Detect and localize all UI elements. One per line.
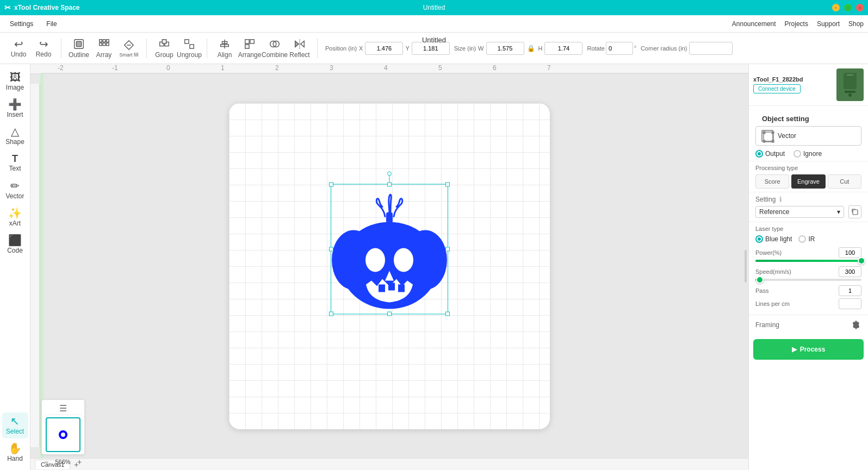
power-slider-thumb[interactable] bbox=[858, 257, 865, 265]
align-button[interactable]: Align bbox=[213, 35, 237, 61]
height-input[interactable] bbox=[544, 42, 582, 55]
copy-setting-button[interactable] bbox=[848, 205, 861, 218]
zoom-in-button[interactable]: + bbox=[75, 457, 84, 467]
svg-rect-5 bbox=[100, 43, 102, 46]
sidebar-item-vector[interactable]: ✏ Vector bbox=[2, 177, 28, 203]
ungroup-button[interactable]: Ungroup bbox=[177, 35, 201, 61]
minimize-button[interactable]: − bbox=[832, 4, 840, 11]
svg-point-50 bbox=[848, 93, 852, 97]
main-layout: 🖼 Image ➕ Insert △ Shape T Text ✏ Vector… bbox=[0, 64, 868, 470]
svg-text:7: 7 bbox=[547, 64, 551, 72]
pass-input[interactable] bbox=[839, 285, 861, 296]
x-position-input[interactable] bbox=[365, 42, 403, 55]
pass-label: Pass bbox=[755, 287, 768, 294]
thumb-item[interactable] bbox=[46, 417, 80, 452]
framing-gear-button[interactable] bbox=[851, 319, 861, 330]
sidebar-item-xart[interactable]: ✨ xArt bbox=[2, 204, 28, 230]
settings-menu[interactable]: Settings bbox=[4, 18, 39, 29]
ir-radio[interactable]: IR bbox=[798, 235, 815, 243]
vector-box[interactable]: Vector bbox=[755, 126, 861, 146]
y-position-input[interactable] bbox=[412, 42, 450, 55]
undo-button[interactable]: ↩ Undo bbox=[7, 35, 30, 61]
power-value-input[interactable] bbox=[839, 247, 861, 258]
reflect-button[interactable]: Reflect bbox=[288, 35, 312, 61]
position-label: Position (in) bbox=[325, 45, 357, 52]
outline-button[interactable]: Outline bbox=[67, 35, 91, 61]
announcement-menu[interactable]: Announcement bbox=[732, 20, 776, 28]
lines-per-cm-input[interactable] bbox=[839, 298, 861, 309]
speed-slider-track[interactable] bbox=[755, 279, 861, 281]
sidebar-item-select[interactable]: ↖ Select bbox=[2, 412, 28, 438]
score-button[interactable]: Score bbox=[755, 174, 789, 189]
sidebar-item-code[interactable]: ⬛ Code bbox=[2, 231, 28, 258]
app-title: xTool Creative Space bbox=[14, 4, 80, 11]
lock-aspect-button[interactable]: 🔒 bbox=[526, 43, 536, 53]
maximize-button[interactable]: □ bbox=[844, 4, 852, 11]
sidebar-item-text[interactable]: T Text bbox=[2, 150, 28, 176]
svg-rect-36 bbox=[386, 212, 393, 223]
device-name: xTool_F1_2822bd bbox=[753, 76, 836, 83]
sidebar-item-image[interactable]: 🖼 Image bbox=[2, 68, 28, 95]
connect-device-button[interactable]: Connect device bbox=[753, 84, 801, 93]
position-group: Position (in) X Y bbox=[325, 42, 450, 55]
setting-label: Setting ℹ bbox=[755, 196, 782, 203]
engrave-button[interactable]: Engrave bbox=[791, 174, 825, 189]
pumpkin-svg bbox=[331, 184, 448, 314]
rotate-label: Rotate bbox=[587, 45, 604, 52]
scroll-indicator[interactable] bbox=[745, 250, 747, 283]
blue-light-label: Blue light bbox=[765, 235, 792, 243]
setting-row: Setting ℹ bbox=[755, 196, 861, 203]
width-input[interactable] bbox=[486, 42, 524, 55]
processing-type-title: Processing type bbox=[755, 165, 861, 171]
rotate-input[interactable] bbox=[606, 42, 633, 55]
laser-type-title: Laser type bbox=[755, 225, 861, 232]
speed-value-input[interactable] bbox=[839, 266, 861, 277]
array-button[interactable]: Array bbox=[92, 35, 116, 61]
arrange-button[interactable]: Arrange bbox=[238, 35, 262, 61]
sidebar-item-insert[interactable]: ➕ Insert bbox=[2, 96, 28, 122]
speed-label: Speed(mm/s) bbox=[755, 268, 791, 275]
close-button[interactable]: × bbox=[856, 4, 864, 11]
insert-icon: ➕ bbox=[8, 99, 22, 110]
support-menu[interactable]: Support bbox=[817, 20, 840, 28]
speed-slider-thumb[interactable] bbox=[756, 276, 764, 284]
zoom-out-button[interactable]: − bbox=[41, 457, 51, 467]
device-image bbox=[836, 68, 864, 101]
power-slider-track[interactable] bbox=[755, 260, 861, 262]
sidebar-item-hand[interactable]: ✋ Hand bbox=[2, 440, 28, 466]
svg-text:-1: -1 bbox=[112, 64, 118, 72]
shop-menu[interactable]: Shop bbox=[848, 20, 864, 28]
redo-button[interactable]: ↪ Redo bbox=[32, 35, 55, 61]
corner-input[interactable] bbox=[689, 42, 733, 55]
svg-rect-17 bbox=[250, 39, 254, 43]
ignore-radio[interactable]: Ignore bbox=[793, 150, 822, 158]
rotate-group: Rotate ° bbox=[587, 42, 636, 55]
svg-rect-12 bbox=[190, 44, 194, 48]
canvas-paper[interactable] bbox=[229, 103, 550, 429]
toolbar-group-ops: Group Ungroup bbox=[150, 35, 203, 61]
combine-button[interactable]: Combine bbox=[263, 35, 287, 61]
chevron-down-icon: ▾ bbox=[837, 208, 840, 216]
size-group: Size (in) W 🔒 H bbox=[454, 42, 583, 55]
left-sidebar: 🖼 Image ➕ Insert △ Shape T Text ✏ Vector… bbox=[0, 64, 30, 470]
ir-label: IR bbox=[808, 235, 815, 243]
object-setting-section: Object setting Vector Output bbox=[749, 106, 868, 161]
reference-select[interactable]: Reference ▾ bbox=[755, 206, 844, 218]
svg-rect-44 bbox=[379, 284, 385, 292]
blue-light-radio[interactable]: Blue light bbox=[755, 235, 792, 243]
pumpkin-selection-container[interactable] bbox=[331, 184, 448, 316]
svg-rect-18 bbox=[245, 44, 249, 48]
svg-rect-51 bbox=[847, 74, 853, 76]
sidebar-item-shape[interactable]: △ Shape bbox=[2, 123, 28, 149]
file-menu[interactable]: File bbox=[41, 18, 62, 29]
toolbar-history-group: ↩ Undo ↪ Redo bbox=[4, 35, 58, 61]
app-title-area: ✂ xTool Creative Space bbox=[4, 3, 80, 12]
projects-menu[interactable]: Projects bbox=[785, 20, 808, 28]
canvas-viewport[interactable] bbox=[30, 74, 748, 458]
group-button[interactable]: Group bbox=[152, 35, 176, 61]
output-radio[interactable]: Output bbox=[755, 150, 785, 158]
cut-button[interactable]: Cut bbox=[828, 174, 861, 189]
svg-marker-22 bbox=[295, 41, 299, 47]
smart-fill-button[interactable]: Smart fill bbox=[117, 35, 141, 61]
process-button[interactable]: ▶ Process bbox=[753, 339, 864, 360]
